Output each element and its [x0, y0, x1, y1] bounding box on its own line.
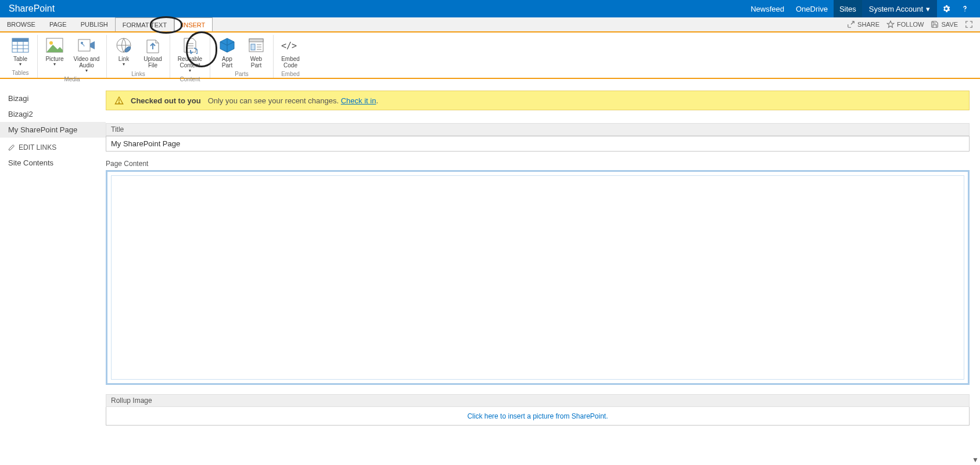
video-icon — [77, 36, 96, 55]
global-navigation-bar: SharePoint Newsfeed OneDrive Sites Syste… — [0, 0, 980, 17]
svg-point-24 — [119, 102, 119, 103]
tab-page[interactable]: PAGE — [42, 17, 74, 31]
table-icon — [11, 36, 30, 55]
svg-point-8 — [49, 41, 53, 45]
upload-file-button[interactable]: Upload File — [139, 35, 166, 70]
title-field-label: Title — [106, 123, 970, 136]
web-part-button[interactable]: Web Part — [243, 35, 270, 70]
title-input[interactable] — [106, 136, 970, 152]
video-audio-button[interactable]: Video and Audio ▾ — [70, 35, 103, 75]
ribbon-insert: Table ▾ Tables Picture ▾ Video and Audio… — [0, 33, 980, 79]
notification-text: Only you can see your recent changes. — [208, 96, 339, 105]
ribbon-group-links: Link ▾ Upload File Links — [107, 35, 170, 78]
code-icon: </> — [281, 36, 300, 55]
table-button[interactable]: Table ▾ — [7, 35, 34, 69]
document-icon — [181, 36, 199, 55]
app-part-icon — [218, 36, 236, 55]
tab-publish[interactable]: PUBLISH — [74, 17, 115, 31]
sidebar-item-my-sharepoint-page[interactable]: My SharePoint Page — [0, 122, 106, 138]
app-part-button[interactable]: App Part — [214, 35, 240, 70]
follow-button[interactable]: FOLLOW — [883, 20, 927, 28]
share-icon — [847, 20, 855, 28]
main-area: Bizagi Bizagi2 My SharePoint Page EDIT L… — [0, 79, 980, 426]
picture-icon — [45, 36, 64, 55]
brand-label[interactable]: SharePoint — [6, 3, 55, 14]
rollup-image-label: Rollup Image — [106, 394, 970, 407]
chevron-down-icon: ▾ — [85, 69, 88, 74]
web-part-icon — [247, 36, 265, 55]
topnav-newsfeed[interactable]: Newsfeed — [745, 0, 790, 17]
ribbon-group-embed: </> Embed Code Embed — [274, 35, 307, 78]
ribbon-group-tables: Table ▾ Tables — [3, 35, 38, 78]
star-icon — [886, 20, 895, 28]
link-button[interactable]: Link ▾ — [110, 35, 137, 69]
link-icon — [114, 36, 133, 55]
reusable-content-button[interactable]: Reusable Content ▾ — [174, 35, 206, 75]
picture-button[interactable]: Picture ▾ — [41, 35, 68, 69]
sidebar-item-bizagi[interactable]: Bizagi — [0, 91, 106, 106]
topnav-sites[interactable]: Sites — [834, 0, 862, 17]
svg-point-10 — [81, 42, 83, 44]
page-content-label: Page Content — [106, 160, 970, 168]
ribbon-group-media: Picture ▾ Video and Audio ▾ Media — [38, 35, 107, 78]
pencil-icon — [8, 144, 15, 151]
help-icon[interactable] — [956, 4, 974, 13]
tab-format-text[interactable]: FORMAT TEXT — [115, 17, 174, 31]
sidebar-site-contents[interactable]: Site Contents — [0, 155, 106, 171]
quick-launch-nav: Bizagi Bizagi2 My SharePoint Page EDIT L… — [0, 79, 106, 426]
user-menu[interactable]: System Account ▾ — [862, 0, 937, 17]
ribbon-tab-row: BROWSE PAGE PUBLISH FORMAT TEXT INSERT S… — [0, 17, 980, 33]
embed-code-button[interactable]: </> Embed Code — [277, 35, 304, 70]
status-notification: Checked out to you Only you can see your… — [106, 91, 970, 110]
save-button[interactable]: SAVE — [927, 20, 961, 28]
svg-point-0 — [964, 10, 965, 12]
tab-insert[interactable]: INSERT — [174, 17, 213, 31]
check-it-in-link[interactable]: Check it in — [341, 96, 376, 105]
gear-icon[interactable] — [937, 4, 956, 13]
svg-rect-17 — [249, 39, 263, 42]
sidebar-item-bizagi2[interactable]: Bizagi2 — [0, 106, 106, 122]
upload-icon — [143, 36, 162, 55]
share-button[interactable]: SHARE — [843, 20, 883, 28]
svg-rect-18 — [251, 44, 255, 50]
page-content-editor[interactable] — [106, 170, 970, 385]
svg-text:</>: </> — [281, 41, 297, 51]
svg-rect-2 — [12, 38, 28, 42]
edit-links-button[interactable]: EDIT LINKS — [0, 138, 106, 155]
notification-title: Checked out to you — [131, 96, 201, 105]
save-icon — [931, 20, 939, 28]
chevron-down-icon: ▾ — [189, 69, 191, 74]
topnav-onedrive[interactable]: OneDrive — [790, 0, 834, 17]
user-name-label: System Account — [869, 5, 923, 13]
ribbon-group-content: Reusable Content ▾ Content — [170, 35, 210, 78]
ribbon-group-parts: App Part Web Part Parts — [210, 35, 274, 78]
fullscreen-button[interactable] — [961, 20, 977, 28]
tab-browse[interactable]: BROWSE — [0, 17, 42, 31]
chevron-down-icon: ▾ — [53, 62, 56, 67]
warning-icon — [114, 96, 124, 105]
insert-picture-link[interactable]: Click here to insert a picture from Shar… — [467, 412, 608, 420]
chevron-down-icon: ▾ — [926, 5, 930, 13]
chevron-down-icon: ▾ — [123, 62, 125, 67]
chevron-down-icon: ▾ — [19, 62, 21, 67]
